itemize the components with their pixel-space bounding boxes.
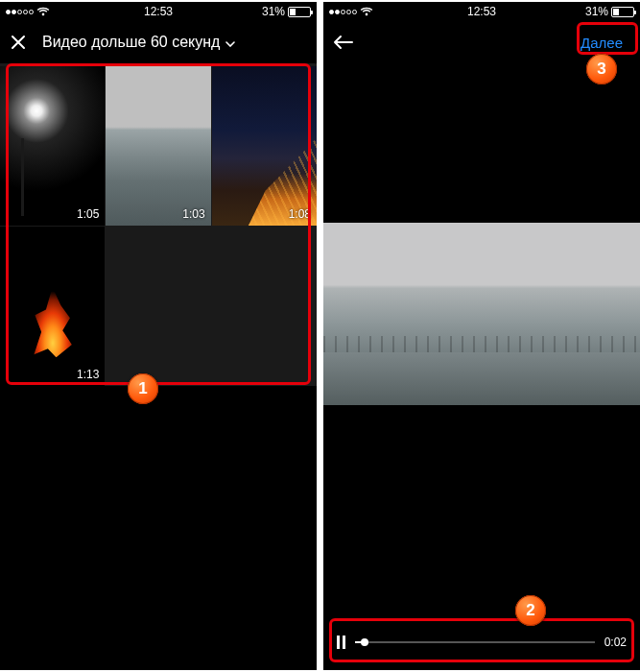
pause-button[interactable] xyxy=(337,636,345,649)
signal-dots-icon xyxy=(329,10,357,14)
album-title: Видео дольше 60 секунд xyxy=(42,34,220,51)
battery-icon xyxy=(611,7,634,17)
video-duration: 1:05 xyxy=(77,207,99,221)
status-time: 12:53 xyxy=(467,5,496,18)
nav-bar: Видео дольше 60 секунд xyxy=(0,21,317,63)
battery-group: 31% xyxy=(585,5,634,18)
video-thumb-empty xyxy=(212,227,317,386)
video-thumb[interactable]: 1:13 xyxy=(0,227,105,386)
video-thumb[interactable]: 1:03 xyxy=(106,66,210,226)
callout-marker-2: 2 xyxy=(515,595,546,626)
wifi-icon xyxy=(360,7,373,16)
battery-pct: 31% xyxy=(262,5,285,18)
battery-group: 31% xyxy=(262,5,311,18)
player-bar: 0:02 xyxy=(323,614,640,670)
playback-time: 0:02 xyxy=(604,636,627,649)
callout-marker-3: 3 xyxy=(586,54,617,84)
video-duration: 1:03 xyxy=(182,207,204,221)
phone-right: 12:53 31% Далее 3 0:02 2 xyxy=(323,2,640,670)
back-icon[interactable] xyxy=(333,35,354,50)
video-grid: 1:05 1:03 1:08 1:13 xyxy=(0,63,317,386)
battery-pct: 31% xyxy=(585,5,608,18)
signal-group xyxy=(329,7,373,16)
seek-track[interactable] xyxy=(355,641,595,643)
album-selector[interactable]: Видео дольше 60 секунд xyxy=(42,34,235,51)
battery-icon xyxy=(288,7,311,17)
video-thumb[interactable]: 1:08 xyxy=(212,66,317,226)
status-time: 12:53 xyxy=(144,5,173,18)
preview-scene xyxy=(323,336,640,392)
status-bar: 12:53 31% xyxy=(0,2,317,21)
chevron-down-icon xyxy=(225,34,235,51)
video-duration: 1:08 xyxy=(289,207,311,221)
video-duration: 1:13 xyxy=(77,368,99,381)
close-icon[interactable] xyxy=(10,34,27,51)
phone-left: 12:53 31% Видео дольше 60 секунд 1:05 1:… xyxy=(0,2,317,670)
video-thumb[interactable]: 1:05 xyxy=(0,66,105,226)
signal-dots-icon xyxy=(6,10,34,14)
next-button[interactable]: Далее xyxy=(573,29,630,57)
wifi-icon xyxy=(36,7,50,16)
seek-knob[interactable] xyxy=(361,638,368,646)
video-preview[interactable] xyxy=(323,223,640,405)
callout-marker-1: 1 xyxy=(128,373,158,404)
video-thumb-empty xyxy=(106,227,210,386)
status-bar: 12:53 31% xyxy=(323,2,640,21)
signal-group xyxy=(6,7,50,16)
